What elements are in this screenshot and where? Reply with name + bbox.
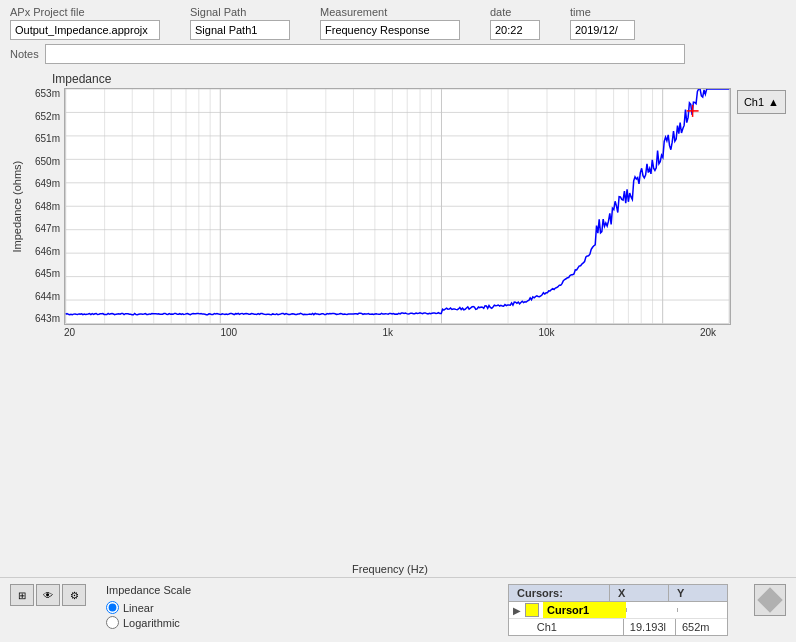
y-tick: 649m xyxy=(35,178,60,189)
cursors-label: Cursors: xyxy=(509,585,610,601)
signal-path-input[interactable] xyxy=(190,20,290,40)
notes-input[interactable] xyxy=(45,44,685,64)
y-tick: 652m xyxy=(35,111,60,122)
chart-plot-area[interactable] xyxy=(64,88,731,325)
cursors-y-header: Y xyxy=(669,585,727,601)
time-input[interactable] xyxy=(570,20,635,40)
x-tick: 20 xyxy=(64,327,75,564)
x-tick: 20k xyxy=(700,327,716,564)
logarithmic-radio[interactable] xyxy=(106,616,119,629)
chart-title: Impedance xyxy=(10,72,786,86)
cursor-ch1-y: 652m xyxy=(675,619,727,635)
chart-section: Impedance Impedance (ohms) 653m652m651m6… xyxy=(0,68,796,577)
cursor-color-box xyxy=(525,603,539,617)
y-tick: 650m xyxy=(35,156,60,167)
measurement-col: Measurement xyxy=(320,6,460,40)
y-tick: 653m xyxy=(35,88,60,99)
x-tick: 100 xyxy=(220,327,237,564)
cursor1-row: ▶ Cursor1 xyxy=(509,602,727,619)
measurement-label: Measurement xyxy=(320,6,460,18)
date-label: date xyxy=(490,6,540,18)
diamond-button[interactable] xyxy=(754,584,786,616)
cursor-name[interactable]: Cursor1 xyxy=(543,602,626,618)
signal-path-col: Signal Path xyxy=(190,6,290,40)
time-col: time xyxy=(570,6,635,40)
diamond-icon xyxy=(757,587,782,612)
toolbar-icons: ⊞ 👁 ⚙ xyxy=(10,584,86,606)
toolbar-icon-grid[interactable]: ⊞ xyxy=(10,584,34,606)
project-file-label: APx Project file xyxy=(10,6,160,18)
y-ticks: 653m652m651m650m649m648m647m646m645m644m… xyxy=(26,88,64,325)
cursor-ch1-row: Ch1 19.193l 652m xyxy=(509,619,727,635)
date-col: date xyxy=(490,6,540,40)
y-tick: 648m xyxy=(35,201,60,212)
cursors-x-header: X xyxy=(610,585,669,601)
y-tick: 647m xyxy=(35,223,60,234)
project-file-input[interactable] xyxy=(10,20,160,40)
x-tick: 1k xyxy=(383,327,394,564)
logarithmic-radio-row: Logarithmic xyxy=(106,616,191,629)
cursor-ch1-label: Ch1 xyxy=(529,619,623,635)
linear-label: Linear xyxy=(123,602,154,614)
x-ticks: 201001k10k20k xyxy=(64,325,716,564)
cursors-header: Cursors: X Y xyxy=(509,585,727,602)
y-tick: 651m xyxy=(35,133,60,144)
cursor-y-value xyxy=(677,608,728,612)
y-tick: 643m xyxy=(35,313,60,324)
y-tick: 645m xyxy=(35,268,60,279)
time-label: time xyxy=(570,6,635,18)
logarithmic-label: Logarithmic xyxy=(123,617,180,629)
impedance-scale-title: Impedance Scale xyxy=(106,584,191,596)
bottom-bar: ⊞ 👁 ⚙ Impedance Scale Linear Logarithmic… xyxy=(0,577,796,642)
cursor-expand-icon: ▶ xyxy=(509,603,525,618)
cursors-panel: Cursors: X Y ▶ Cursor1 Ch1 19.193l 652m xyxy=(508,584,728,636)
linear-radio-row: Linear xyxy=(106,601,191,614)
linear-radio[interactable] xyxy=(106,601,119,614)
toolbar-icon-eye[interactable]: 👁 xyxy=(36,584,60,606)
measurement-input[interactable] xyxy=(320,20,460,40)
y-tick: 644m xyxy=(35,291,60,302)
x-axis-label: Frequency (Hz) xyxy=(64,563,716,577)
y-axis-label: Impedance (ohms) xyxy=(10,88,24,325)
cursor-x-value xyxy=(626,608,677,612)
chart-wrapper: Impedance (ohms) 653m652m651m650m649m648… xyxy=(10,88,786,325)
impedance-scale: Impedance Scale Linear Logarithmic xyxy=(106,584,191,629)
ch1-label: Ch1 xyxy=(744,96,764,108)
toolbar-icon-settings[interactable]: ⚙ xyxy=(62,584,86,606)
project-file-col: APx Project file xyxy=(10,6,160,40)
signal-path-label: Signal Path xyxy=(190,6,290,18)
notes-label: Notes xyxy=(10,48,39,60)
header-section: APx Project file Signal Path Measurement… xyxy=(0,0,796,68)
y-tick: 646m xyxy=(35,246,60,257)
chart-svg xyxy=(65,89,730,324)
date-input[interactable] xyxy=(490,20,540,40)
ch1-icon: ▲ xyxy=(768,96,779,108)
x-tick: 10k xyxy=(538,327,554,564)
cursor-ch1-x: 19.193l xyxy=(623,619,675,635)
ch1-button[interactable]: Ch1 ▲ xyxy=(737,90,786,114)
chart-right-controls: Ch1 ▲ xyxy=(731,88,786,325)
